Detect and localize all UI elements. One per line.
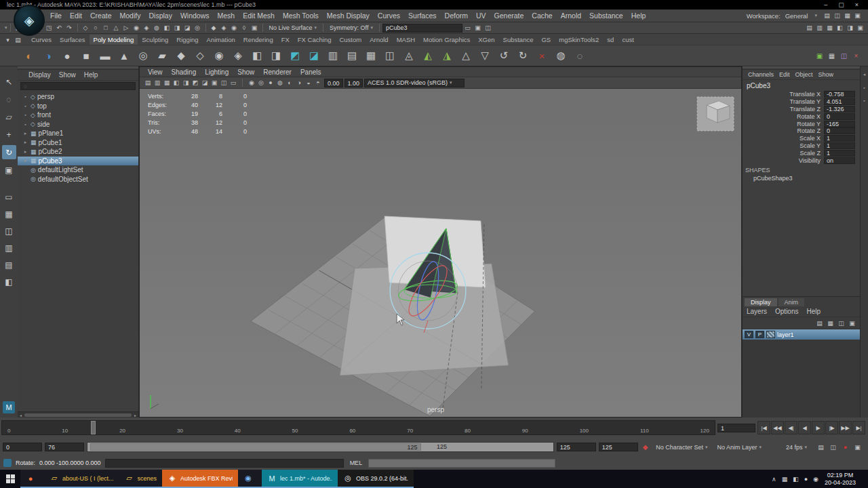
channelbox-menu-item[interactable]: Object	[795, 71, 813, 78]
playback-button[interactable]: ◀	[798, 421, 811, 434]
layer-toolbar-icon[interactable]: ▦	[826, 319, 835, 327]
shelf-tab[interactable]: Rendering	[239, 35, 277, 45]
shelf-tab[interactable]: mgSkinTools2	[555, 35, 603, 45]
shelf-tool-icon[interactable]: ▲	[115, 47, 133, 64]
outliner-item[interactable]: ▸ ▦ pPlane1	[18, 129, 138, 138]
layer-menu-item[interactable]: Layers	[747, 308, 767, 315]
anim-layer-dropdown[interactable]: No Anim Layer▾	[713, 443, 765, 451]
edge-toggle-icon[interactable]: ▪	[863, 85, 865, 90]
menu-item[interactable]: Windows	[176, 10, 214, 21]
edge-toggle-icon[interactable]: ◂	[863, 72, 866, 77]
attribute-name[interactable]: Scale Y	[743, 142, 824, 149]
taskbar-clock[interactable]: 02:19 PM 20-04-2023	[825, 472, 856, 487]
history-icon[interactable]: ◫	[483, 23, 493, 33]
viewport-toolbar-icon[interactable]: ◨	[181, 78, 191, 87]
taskbar-app[interactable]: ◈ Autodesk FBX Revi...	[162, 470, 238, 488]
shelf-tool-icon[interactable]: ▰	[153, 47, 171, 64]
snap-icon[interactable]: ◆	[209, 23, 219, 33]
selection-mask-icon[interactable]: ▷	[121, 23, 132, 33]
collapse-icon[interactable]: ▾	[5, 25, 7, 30]
viewport-menu-item[interactable]: View	[148, 68, 163, 75]
snap-icon[interactable]: ◉	[229, 23, 239, 33]
outliner-item[interactable]: ▸ ▦ pCube3	[18, 157, 138, 166]
shelf-tool-icon[interactable]: ◑	[39, 47, 57, 64]
layer-toolbar-icon[interactable]: ◫	[837, 319, 846, 327]
viewport-toolbar-icon[interactable]: ▭	[229, 78, 238, 87]
anim-end-field[interactable]: 125	[599, 443, 638, 451]
shelf-tab[interactable]: FX	[277, 35, 294, 45]
attribute-value-field[interactable]: 0	[824, 113, 855, 120]
taskbar-app[interactable]: ●	[20, 470, 44, 488]
outliner-item[interactable]: ▸ ▦ pCube2	[18, 147, 138, 157]
attribute-name[interactable]: Translate Y	[743, 98, 824, 105]
outliner-item[interactable]: ▪ ◇ top	[18, 102, 138, 111]
selection-mask-icon[interactable]: △	[111, 23, 121, 33]
shelf-tool-icon[interactable]: ◈	[229, 47, 247, 64]
menu-item[interactable]: Cache	[528, 10, 556, 21]
exposure-field[interactable]: 0.00	[324, 79, 343, 87]
attribute-name[interactable]: Rotate Y	[743, 121, 824, 127]
layout-icon[interactable]: ▥	[2, 241, 16, 255]
layer-menu-item[interactable]: Help	[806, 308, 821, 315]
attribute-name[interactable]: Scale Z	[743, 150, 824, 157]
selection-mask-icon[interactable]: ◇	[81, 23, 91, 33]
menu-item[interactable]: Create	[86, 10, 116, 21]
playback-option-icon[interactable]: ▤	[816, 443, 826, 452]
taskbar-app[interactable]: ◎ OBS 29.0.2 (64-bit...	[338, 470, 414, 488]
shelf-tool-icon[interactable]: ■	[77, 47, 95, 64]
workspace-select[interactable]: General	[785, 12, 808, 20]
shelf-tool-icon[interactable]: ◬	[400, 47, 418, 64]
taskbar-app[interactable]: M lec 1.mb* - Autode...	[262, 470, 338, 488]
channelbox-menu-item[interactable]: Show	[818, 71, 834, 78]
attribute-value-field[interactable]: 1	[824, 150, 855, 157]
file-op-icon[interactable]: ◳	[44, 23, 54, 33]
shelf-menu-icon[interactable]: ▾	[3, 35, 13, 45]
shelf-tool-icon[interactable]: ◩	[286, 47, 304, 64]
viewport-render-icon[interactable]: ◐	[285, 78, 294, 87]
attribute-name[interactable]: Visibility	[743, 157, 824, 164]
shelf-tool-icon[interactable]: ◐	[20, 47, 38, 64]
mel-toggle[interactable]: MEL	[348, 460, 365, 466]
shelf-tool-icon[interactable]: ●	[58, 47, 76, 64]
viewport-menu-item[interactable]: Panels	[300, 68, 321, 75]
outliner-item[interactable]: ▪ ◇ persp	[18, 92, 138, 102]
shelf-tab[interactable]: cust	[618, 35, 637, 45]
history-icon[interactable]: ▣	[473, 23, 483, 33]
viewport-toolbar-icon[interactable]: ◩	[191, 78, 200, 87]
shelf-tab[interactable]: Surfaces	[56, 35, 90, 45]
shelf-tool-icon[interactable]: ◮	[438, 47, 456, 64]
menu-item[interactable]: Generate	[490, 10, 528, 21]
current-time-marker[interactable]	[91, 421, 96, 434]
menubar-icon[interactable]: ◫	[832, 11, 842, 20]
gamma-field[interactable]: 1.00	[344, 79, 363, 87]
layout-icon[interactable]: ◧	[2, 274, 16, 289]
attribute-value-field[interactable]: 1	[824, 142, 855, 149]
scroll-left-icon[interactable]: ◂	[18, 413, 24, 418]
taskbar-app[interactable]: ◉	[238, 470, 262, 488]
viewport-render-icon[interactable]: ◒	[304, 78, 313, 87]
sidebar-toggle-icon[interactable]: ◨	[845, 23, 855, 33]
shelf-tab[interactable]: FX Caching	[294, 35, 336, 45]
playback-option-icon[interactable]: ◫	[828, 443, 838, 452]
layer-editor-tab[interactable]: Anim	[778, 298, 805, 306]
channelbox-menu-item[interactable]: Channels	[748, 71, 774, 78]
shape-node-name[interactable]: pCubeShape3	[743, 174, 860, 182]
start-button[interactable]	[0, 470, 20, 488]
inview-cube-widget[interactable]	[697, 97, 734, 131]
playback-button[interactable]: |▶	[825, 421, 838, 434]
symmetry-dropdown[interactable]: Symmetry: Off▾	[326, 24, 376, 32]
attribute-name[interactable]: Translate Z	[743, 106, 824, 113]
viewport-render-icon[interactable]: ◎	[256, 78, 266, 87]
outliner-item[interactable]: ▪ ◇ front	[18, 110, 138, 120]
layout-icon[interactable]: ◫	[2, 224, 16, 238]
playback-button[interactable]: ▶▶	[839, 421, 852, 434]
attribute-value-field[interactable]: -165	[824, 121, 855, 127]
outliner-menu-item[interactable]: Show	[59, 71, 76, 79]
shelf-tab[interactable]: Custom	[335, 35, 366, 45]
shelf-tab[interactable]: GS	[537, 35, 555, 45]
playback-button[interactable]: ◀◀	[771, 421, 784, 434]
shelf-tool-icon[interactable]: ▽	[476, 47, 494, 64]
viewport-canvas[interactable]: persp Verts: 28 8 0 Edges: 40 12 0 Faces…	[140, 89, 741, 417]
shelf-tool-icon[interactable]: ◆	[172, 47, 190, 64]
viewport-toolbar-icon[interactable]: ◧	[172, 78, 181, 87]
